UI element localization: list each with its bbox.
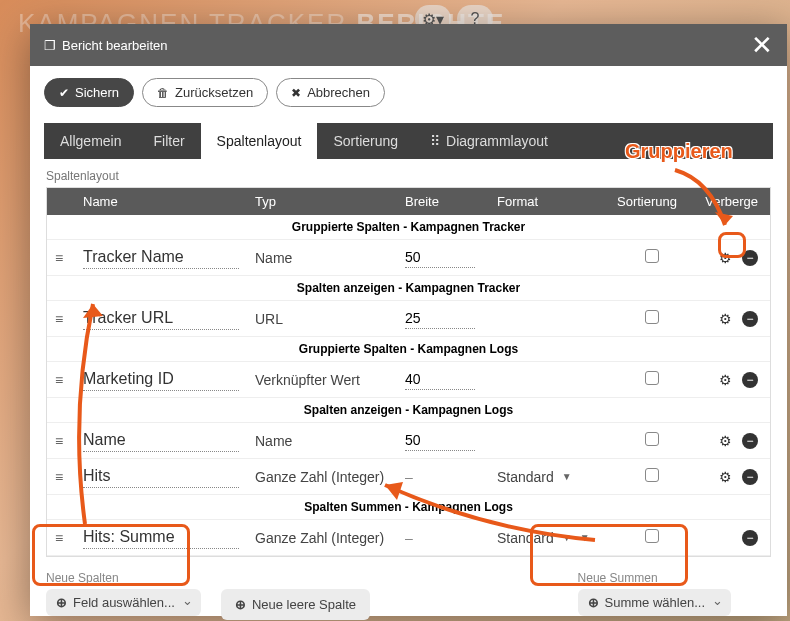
group-header: Spalten Summen - Kampagnen Logs	[47, 495, 770, 520]
name-input[interactable]	[83, 526, 239, 549]
sort-checkbox[interactable]	[645, 310, 659, 324]
drag-handle-icon[interactable]: ≡	[47, 370, 75, 390]
plus-icon: ⊕	[56, 595, 67, 610]
new-columns-label: Neue Spalten	[46, 571, 201, 585]
group-header: Gruppierte Spalten - Kampagnen Logs	[47, 337, 770, 362]
sort-checkbox[interactable]	[645, 432, 659, 446]
tab-chart-layout[interactable]: ⠿Diagrammlayout	[414, 123, 564, 159]
save-button[interactable]: ✔Sichern	[44, 78, 134, 107]
format-select[interactable]: Standard	[497, 469, 554, 485]
width-input[interactable]	[405, 430, 475, 451]
header-sort: Sortierung	[609, 188, 695, 215]
grid-icon: ⠿	[430, 133, 440, 149]
remove-icon[interactable]: −	[742, 469, 758, 485]
gear-icon[interactable]: ⚙	[716, 310, 734, 328]
drag-handle-icon[interactable]: ≡	[47, 248, 75, 268]
width-input[interactable]	[405, 369, 475, 390]
type-label: Ganze Zahl (Integer)	[247, 528, 397, 548]
modal-title: Bericht bearbeiten	[62, 38, 168, 53]
check-icon: ✔	[59, 86, 69, 100]
sum-select-dropdown[interactable]: ⊕Summe wählen...	[578, 589, 731, 616]
remove-icon[interactable]: −	[742, 433, 758, 449]
width-input[interactable]	[405, 247, 475, 268]
width-input[interactable]	[405, 308, 475, 329]
sort-checkbox[interactable]	[645, 529, 659, 543]
header-format: Format	[489, 188, 609, 215]
header-verberge: Verberge	[695, 188, 770, 215]
plus-icon: ⊕	[588, 595, 599, 610]
gear-icon[interactable]: ⚙	[716, 371, 734, 389]
name-input[interactable]	[83, 465, 239, 488]
remove-icon[interactable]: −	[742, 311, 758, 327]
new-sums-label: Neue Summen	[578, 571, 731, 585]
tab-column-layout[interactable]: Spaltenlayout	[201, 123, 318, 159]
name-input[interactable]	[83, 429, 239, 452]
name-input[interactable]	[83, 368, 239, 391]
tab-general[interactable]: Allgemein	[44, 123, 137, 159]
tab-filter[interactable]: Filter	[137, 123, 200, 159]
toolbar: ✔Sichern 🗑Zurücksetzen ✖Abbrechen	[30, 66, 787, 107]
remove-icon[interactable]: −	[742, 372, 758, 388]
format-select[interactable]: Standard	[497, 530, 554, 546]
close-icon[interactable]: ✕	[751, 32, 773, 58]
column-grid: Name Typ Breite Format Sortierung Verber…	[46, 187, 771, 557]
sort-checkbox[interactable]	[645, 249, 659, 263]
chevron-down-icon: ▼	[580, 532, 590, 543]
width-dash: –	[405, 530, 413, 546]
type-label: Name	[247, 248, 397, 268]
gear-icon[interactable]: ⚙	[716, 249, 734, 267]
type-label: Name	[247, 431, 397, 451]
drag-handle-icon[interactable]: ≡	[47, 528, 75, 548]
table-row: ≡ URL ⚙ −	[47, 301, 770, 337]
tabs: Allgemein Filter Spaltenlayout Sortierun…	[44, 123, 773, 159]
group-header: Gruppierte Spalten - Kampagnen Tracker	[47, 215, 770, 240]
chevron-down-icon: ▼	[562, 532, 572, 543]
section-label: Spaltenlayout	[46, 169, 771, 183]
table-row: ≡ Verknüpfter Wert ⚙ −	[47, 362, 770, 398]
plus-icon: ⊕	[235, 597, 246, 612]
modal-header: ❐ Bericht bearbeiten ✕	[30, 24, 787, 66]
drag-handle-icon[interactable]: ≡	[47, 431, 75, 451]
drag-handle-icon[interactable]: ≡	[47, 309, 75, 329]
group-header: Spalten anzeigen - Kampagnen Logs	[47, 398, 770, 423]
remove-icon[interactable]: −	[742, 250, 758, 266]
table-row: ≡ Ganze Zahl (Integer) – Standard▼ ⚙ −	[47, 459, 770, 495]
sort-checkbox[interactable]	[645, 371, 659, 385]
drag-handle-icon[interactable]: ≡	[47, 467, 75, 487]
width-dash: –	[405, 469, 413, 485]
gear-icon[interactable]: ⚙	[716, 468, 734, 486]
bottom-controls: Neue Spalten ⊕Feld auswählen... ⊕Neue le…	[46, 571, 771, 620]
group-header: Spalten anzeigen - Kampagnen Tracker	[47, 276, 770, 301]
new-empty-column-button[interactable]: ⊕Neue leere Spalte	[221, 589, 370, 620]
field-select-dropdown[interactable]: ⊕Feld auswählen...	[46, 589, 201, 616]
trash-icon: 🗑	[157, 86, 169, 100]
name-input[interactable]	[83, 307, 239, 330]
cancel-button[interactable]: ✖Abbrechen	[276, 78, 385, 107]
chevron-down-icon: ▼	[562, 471, 572, 482]
table-row: ≡ Name ⚙ −	[47, 423, 770, 459]
grid-header: Name Typ Breite Format Sortierung Verber…	[47, 188, 770, 215]
sort-checkbox[interactable]	[645, 468, 659, 482]
type-label: Ganze Zahl (Integer)	[247, 467, 397, 487]
copy-icon: ❐	[44, 38, 56, 53]
header-breite: Breite	[397, 188, 489, 215]
header-typ: Typ	[247, 188, 397, 215]
reset-button[interactable]: 🗑Zurücksetzen	[142, 78, 268, 107]
tab-sort[interactable]: Sortierung	[317, 123, 414, 159]
table-row: ≡ Ganze Zahl (Integer) – Standard▼ ▼ −	[47, 520, 770, 556]
table-row: ≡ Name ⚙ −	[47, 240, 770, 276]
type-label: URL	[247, 309, 397, 329]
name-input[interactable]	[83, 246, 239, 269]
edit-report-modal: ❐ Bericht bearbeiten ✕ ✔Sichern 🗑Zurücks…	[30, 24, 787, 616]
type-label: Verknüpfter Wert	[247, 370, 397, 390]
cancel-icon: ✖	[291, 86, 301, 100]
remove-icon[interactable]: −	[742, 530, 758, 546]
gear-icon[interactable]: ⚙	[716, 432, 734, 450]
header-name: Name	[75, 188, 247, 215]
